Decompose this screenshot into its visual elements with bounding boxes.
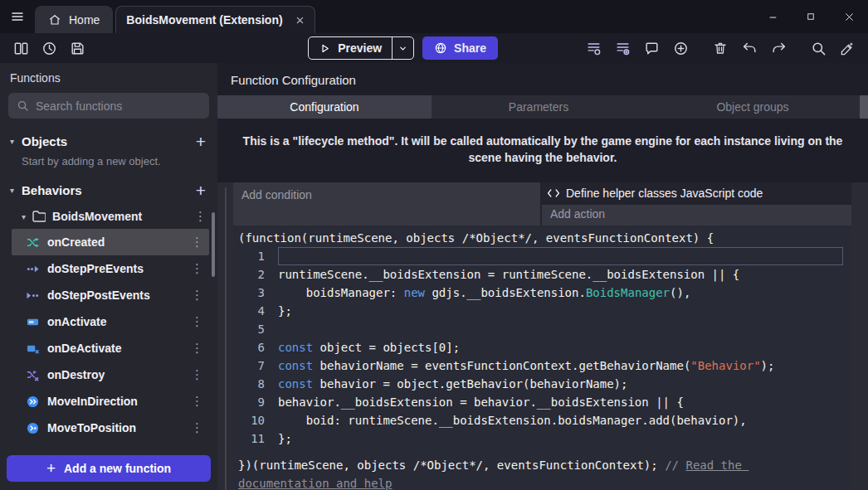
item-menu-icon[interactable]: ⋮ <box>191 314 202 329</box>
code-line[interactable]: 2runtimeScene.__boidsExtension = runtime… <box>238 265 851 284</box>
add-function-button[interactable]: + Add a new function <box>7 455 211 482</box>
post-events-icon <box>27 289 40 302</box>
code-line-content: const object = objects[0]; <box>278 338 843 357</box>
tab-configuration[interactable]: Configuration <box>217 95 432 119</box>
code-line[interactable]: 3 boidsManager: new gdjs.__boidsExtensio… <box>238 284 851 302</box>
item-menu-icon[interactable]: ⋮ <box>191 394 202 409</box>
code-line[interactable]: 5 <box>238 320 851 338</box>
code-line[interactable]: 6const object = objects[0]; <box>238 338 851 357</box>
code-lines: 12runtimeScene.__boidsExtension = runtim… <box>238 247 851 448</box>
line-number: 7 <box>238 357 278 375</box>
preview-options-button[interactable] <box>393 37 413 59</box>
preview-button[interactable]: Preview <box>308 36 414 60</box>
code-line[interactable]: 8const behavior = object.getBehavior(beh… <box>238 375 851 393</box>
comment-icon <box>644 41 660 56</box>
code-line[interactable]: 4}; <box>238 302 851 320</box>
close-tab-icon[interactable] <box>295 16 305 25</box>
code-line[interactable]: 9behavior.__boidsExtension = behavior.__… <box>238 393 851 411</box>
redo-button[interactable] <box>768 37 789 59</box>
behaviors-section-header[interactable]: ▾ Behaviors + <box>0 176 217 204</box>
item-menu-icon[interactable]: ⋮ <box>191 235 202 250</box>
add-object-icon[interactable]: + <box>196 133 206 150</box>
sidebar-item-MoveToPosition[interactable]: MoveToPosition⋮ <box>12 415 209 441</box>
code-line-content: runtimeScene.__boidsExtension = runtimeS… <box>278 265 843 284</box>
chevron-down-icon <box>398 44 407 53</box>
code-editor[interactable]: (function(runtimeScene, objects /*Object… <box>233 226 851 490</box>
add-condition-button[interactable]: Add condition <box>233 182 540 226</box>
item-menu-icon[interactable]: ⋮ <box>191 367 202 382</box>
folder-menu-icon[interactable]: ⋮ <box>194 209 206 224</box>
add-sub-event-button[interactable] <box>612 37 633 59</box>
line-number: 3 <box>238 284 278 302</box>
search-functions-input[interactable] <box>36 99 201 113</box>
code-line[interactable]: 11}; <box>238 429 851 448</box>
hamburger-icon <box>10 10 25 23</box>
created-icon <box>27 236 40 249</box>
js-event-header[interactable]: Define helper classes JavaScript code <box>542 182 851 205</box>
share-button[interactable]: Share <box>422 36 498 60</box>
undo-button[interactable] <box>739 37 760 59</box>
comment-prefix: // <box>665 458 685 472</box>
sidebar-item-doStepPreEvents[interactable]: doStepPreEvents⋮ <box>12 255 209 282</box>
tab-object-groups[interactable]: Object groups <box>646 95 860 119</box>
tab-parameters[interactable]: Parameters <box>432 95 646 119</box>
item-menu-icon[interactable]: ⋮ <box>191 288 202 303</box>
item-menu-icon[interactable]: ⋮ <box>191 341 202 356</box>
search-icon <box>17 99 29 112</box>
function-label: doStepPreEvents <box>47 262 144 275</box>
sidebar-item-onDeActivate[interactable]: onDeActivate⋮ <box>12 335 209 361</box>
sidebar-item-MoveInDirection[interactable]: MoveInDirection⋮ <box>12 388 209 415</box>
search-icon <box>811 41 827 56</box>
tab-extension[interactable]: BoidsMovement (Extension) <box>115 6 315 33</box>
lifecycle-description: This is a "lifecycle method". It will be… <box>217 119 868 182</box>
code-line[interactable]: 10 boid: runtimeScene.__boidsExtension.b… <box>238 411 851 429</box>
add-comment-button[interactable] <box>641 37 662 59</box>
sidebar-title: Functions <box>0 63 217 91</box>
history-button[interactable] <box>38 37 60 59</box>
add-condition-label: Add condition <box>241 188 312 201</box>
add-behavior-icon[interactable]: + <box>196 182 206 199</box>
item-menu-icon[interactable]: ⋮ <box>191 420 202 435</box>
function-label: doStepPostEvents <box>47 289 150 302</box>
add-action-button[interactable]: Add action <box>542 205 851 226</box>
sidebar-item-onDestroy[interactable]: onDestroy⋮ <box>12 361 209 388</box>
code-line[interactable]: 7const behaviorName = eventsFunctionCont… <box>238 357 851 375</box>
panels-icon <box>13 41 29 56</box>
item-menu-icon[interactable]: ⋮ <box>191 261 202 276</box>
sidebar-item-onCreated[interactable]: onCreated⋮ <box>12 229 209 255</box>
javascript-code-icon <box>547 188 560 198</box>
panel-title: Function Configuration <box>217 63 868 94</box>
line-number: 8 <box>238 375 278 393</box>
main-menu-button[interactable] <box>0 0 35 33</box>
history-clock-icon <box>41 41 57 56</box>
save-button[interactable] <box>66 37 88 59</box>
open-panels-button[interactable] <box>10 37 32 59</box>
objects-section-header[interactable]: ▾ Objects + <box>0 127 217 155</box>
sidebar-item-doStepPostEvents[interactable]: doStepPostEvents⋮ <box>12 282 209 308</box>
tab-home[interactable]: Home <box>35 6 113 33</box>
sidebar-item-onActivate[interactable]: onActivate⋮ <box>12 308 209 335</box>
theme-editor-button[interactable] <box>836 37 858 59</box>
choose-event-button[interactable] <box>583 37 604 59</box>
panel-scrollbar[interactable] <box>860 95 868 119</box>
close-window-button[interactable] <box>830 0 868 33</box>
search-events-button[interactable] <box>807 37 829 59</box>
search-functions-box[interactable] <box>8 93 209 119</box>
code-line[interactable]: 1 <box>238 247 851 265</box>
add-event-button[interactable] <box>670 37 691 59</box>
line-number: 4 <box>238 302 278 320</box>
chevron-down-icon: ▾ <box>22 212 26 221</box>
line-number: 1 <box>238 247 278 265</box>
function-list: onCreated⋮doStepPreEvents⋮doStepPostEven… <box>0 229 217 441</box>
maximize-button[interactable] <box>792 0 830 33</box>
delete-button[interactable] <box>710 37 731 59</box>
function-label: onDestroy <box>47 368 105 381</box>
wrapper-bottom-text: })(runtimeScene, objects /*Object*/, eve… <box>238 458 665 472</box>
destroy-icon <box>27 369 40 381</box>
pre-events-icon <box>27 263 40 275</box>
behaviors-section-label: Behaviors <box>22 183 82 197</box>
add-action-label: Add action <box>550 207 605 221</box>
sidebar-scrollbar[interactable] <box>212 212 215 277</box>
minimize-button[interactable] <box>753 0 792 33</box>
behavior-folder-row[interactable]: ▾ BoidsMovement ⋮ <box>0 204 217 229</box>
